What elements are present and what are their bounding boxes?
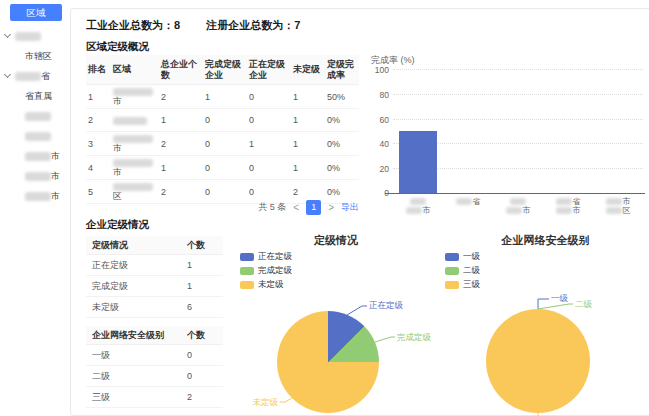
- completion-rate-bar-chart: 完成率 (%) 100 80 60 40 20 0 市: [371, 54, 649, 222]
- redacted-region-name: [606, 207, 622, 214]
- col-unrated: 未定级: [291, 61, 325, 78]
- table-row: 3 市 2 0 1 1 0%: [86, 132, 359, 156]
- redacted-region-name: [113, 135, 153, 143]
- region-tab[interactable]: 区域: [10, 4, 62, 21]
- tree-item-province-direct[interactable]: 省直属: [0, 86, 69, 106]
- redacted-region-name: [556, 207, 572, 214]
- chevron-down-icon[interactable]: [4, 71, 11, 78]
- legend-item-level3[interactable]: 三级: [445, 280, 480, 289]
- cell-rank: 2: [86, 113, 111, 127]
- cell-label: 未定级: [86, 301, 181, 314]
- cell-label: 完成定级: [86, 280, 181, 293]
- redacted-region-name: [25, 192, 51, 201]
- region-rating-table: 排名 区域 总企业个数 完成定级企业 正在定级企业 未定级 定级完成率 1 市 …: [86, 55, 359, 204]
- rating-pie-circle: [277, 311, 379, 413]
- tree-item-city[interactable]: 市: [0, 166, 69, 186]
- cell-completed: 0: [203, 113, 247, 127]
- next-page-button[interactable]: >: [328, 202, 334, 213]
- registered-total-label: 注册企业总数为：: [206, 19, 294, 31]
- enterprise-rating-tables: 定级情况 个数 正在定级 1 完成定级 1 未定级 6 企业网络安全级别 个数 …: [86, 236, 223, 408]
- tree-item-city-district[interactable]: 市辖区: [0, 46, 69, 66]
- cell-unrated: 1: [291, 113, 325, 127]
- col-rating-status: 定级情况: [86, 239, 181, 252]
- cell-inprogress: 0: [247, 90, 291, 104]
- tree-item-label: 省直属: [25, 90, 52, 103]
- y-tick: 100: [371, 65, 389, 75]
- table-header-row: 排名 区域 总企业个数 完成定级企业 正在定级企业 未定级 定级完成率: [86, 55, 359, 85]
- table-row: 三级 2: [86, 387, 223, 408]
- redacted-region-name: [410, 198, 426, 205]
- pie-slice-label: 正在定级: [369, 301, 403, 310]
- legend-item-inprogress[interactable]: 正在定级: [240, 252, 292, 261]
- x-axis-line: [385, 193, 645, 194]
- legend-marker: [445, 267, 459, 275]
- pie-legend: 正在定级 完成定级 未定级: [240, 252, 292, 289]
- pie-legend: 一级 二级 三级: [445, 252, 480, 289]
- chevron-down-icon[interactable]: [4, 31, 11, 38]
- tree-item-city[interactable]: [0, 126, 69, 146]
- tree-item-suffix: 市: [51, 190, 60, 203]
- redacted-region-name: [25, 152, 51, 161]
- col-inprogress: 正在定级企业: [247, 56, 291, 84]
- col-completed: 完成定级企业: [203, 56, 247, 84]
- industrial-total-label: 工业企业总数为：: [86, 19, 174, 31]
- tree-item-suffix: 市: [51, 170, 60, 183]
- legend-marker: [240, 253, 254, 261]
- industrial-total-value: 8: [174, 19, 180, 31]
- redacted-region-name: [25, 112, 51, 121]
- dashboard-page: 区域 市辖区 省 省直属: [0, 0, 649, 416]
- tree-item-city[interactable]: [0, 106, 69, 126]
- x-category-label: 省: [443, 197, 493, 206]
- cell-inprogress: 1: [247, 137, 291, 151]
- export-button[interactable]: 导出: [341, 201, 359, 214]
- cell-value: 2: [181, 392, 223, 402]
- table-header-row: 企业网络安全级别 个数: [86, 326, 223, 345]
- legend-item-completed[interactable]: 完成定级: [240, 266, 292, 275]
- tree-item-suffix: 市: [51, 150, 60, 163]
- enterprise-section-title: 企业定级情况: [86, 218, 149, 232]
- legend-item-level1[interactable]: 一级: [445, 252, 480, 261]
- table-header-row: 定级情况 个数: [86, 236, 223, 255]
- prev-page-button[interactable]: <: [293, 202, 299, 213]
- tree-item-city[interactable]: 市: [0, 146, 69, 166]
- cell-rank: 4: [86, 161, 111, 175]
- cell-label: 一级: [86, 349, 181, 362]
- cell-region: 市: [111, 156, 159, 179]
- bar-slot: [393, 69, 443, 193]
- region-sidebar: 区域 市辖区 省 省直属: [0, 0, 69, 416]
- cell-total: 2: [159, 90, 203, 104]
- cell-unrated: 1: [291, 90, 325, 104]
- page-number-button[interactable]: 1: [306, 200, 321, 215]
- registered-total-value: 7: [294, 19, 300, 31]
- cell-label: 正在定级: [86, 259, 181, 272]
- cell-region: [111, 114, 159, 127]
- tree-item-city[interactable]: 市: [0, 186, 69, 206]
- cell-rank: 3: [86, 137, 111, 151]
- redacted-region-name: [556, 198, 572, 205]
- col-rate: 定级完成率: [325, 56, 359, 84]
- cell-rate: 0%: [325, 113, 359, 127]
- tree-item-city-root[interactable]: [0, 26, 69, 46]
- pie-title: 企业网络安全级别: [441, 233, 649, 248]
- bar: [399, 131, 437, 193]
- cell-unrated: 2: [291, 185, 325, 199]
- redacted-region-name: [113, 117, 147, 125]
- bar-slot: [593, 69, 643, 193]
- redacted-region-name: [113, 88, 153, 96]
- table-row: 一级 0: [86, 345, 223, 366]
- security-level-pie-chart: 企业网络安全级别 一级 二级 三级: [441, 231, 649, 416]
- bar-slot: [443, 69, 493, 193]
- tree-item-province-root[interactable]: 省: [0, 66, 69, 86]
- region-tree: 市辖区 省 省直属 市: [0, 26, 69, 206]
- table-row: 二级 0: [86, 366, 223, 387]
- dashboard-card: 工业企业总数为：8注册企业总数为：7 区域定级概况 排名 区域 总企业个数 完成…: [70, 8, 649, 416]
- cell-completed: 0: [203, 185, 247, 199]
- cell-inprogress: 0: [247, 185, 291, 199]
- pie-title: 定级情况: [236, 233, 436, 248]
- legend-marker: [240, 267, 254, 275]
- redacted-region-name: [25, 132, 51, 141]
- legend-item-level2[interactable]: 二级: [445, 266, 480, 275]
- redacted-region-name: [113, 159, 153, 167]
- legend-item-unrated[interactable]: 未定级: [240, 280, 292, 289]
- cell-completed: 0: [203, 137, 247, 151]
